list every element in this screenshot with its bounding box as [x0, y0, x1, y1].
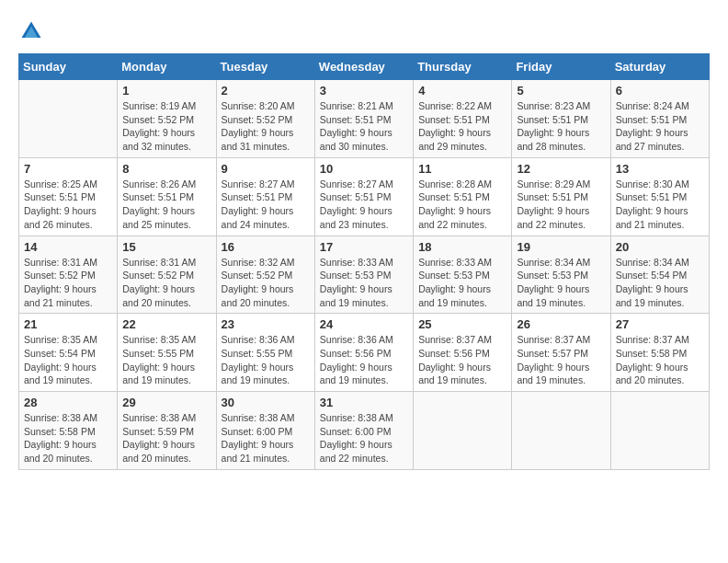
calendar-cell: 30 Sunrise: 8:38 AM Sunset: 6:00 PM Dayl… — [216, 392, 314, 470]
day-info: Sunrise: 8:25 AM Sunset: 5:51 PM Dayligh… — [24, 178, 112, 232]
day-number: 26 — [517, 317, 605, 331]
day-info: Sunrise: 8:28 AM Sunset: 5:51 PM Dayligh… — [418, 178, 506, 232]
calendar-cell: 22 Sunrise: 8:35 AM Sunset: 5:55 PM Dayl… — [118, 314, 216, 392]
day-number: 27 — [616, 317, 704, 331]
weekday-header: Saturday — [610, 54, 709, 80]
day-number: 24 — [320, 317, 408, 331]
day-number: 9 — [222, 162, 310, 176]
day-number: 2 — [222, 84, 310, 98]
day-info: Sunrise: 8:32 AM Sunset: 5:52 PM Dayligh… — [222, 256, 310, 310]
day-info: Sunrise: 8:27 AM Sunset: 5:51 PM Dayligh… — [320, 178, 408, 232]
calendar-cell: 2 Sunrise: 8:20 AM Sunset: 5:52 PM Dayli… — [216, 80, 314, 158]
day-info: Sunrise: 8:23 AM Sunset: 5:51 PM Dayligh… — [517, 99, 605, 154]
day-number: 11 — [418, 162, 506, 176]
day-number: 7 — [24, 162, 112, 176]
calendar-cell: 7 Sunrise: 8:25 AM Sunset: 5:51 PM Dayli… — [19, 157, 118, 236]
calendar-week-row: 1 Sunrise: 8:19 AM Sunset: 5:52 PM Dayli… — [19, 80, 710, 158]
day-info: Sunrise: 8:38 AM Sunset: 6:00 PM Dayligh… — [320, 411, 408, 465]
day-number: 25 — [418, 317, 506, 331]
weekday-header: Wednesday — [314, 54, 413, 80]
day-number: 18 — [418, 240, 506, 254]
day-info: Sunrise: 8:35 AM Sunset: 5:55 PM Dayligh… — [122, 333, 210, 387]
day-number: 6 — [616, 84, 704, 98]
day-number: 28 — [24, 396, 112, 409]
calendar-cell — [414, 392, 512, 470]
day-number: 12 — [517, 162, 605, 176]
day-info: Sunrise: 8:21 AM Sunset: 5:51 PM Dayligh… — [320, 99, 408, 154]
day-info: Sunrise: 8:36 AM Sunset: 5:56 PM Dayligh… — [320, 333, 408, 387]
day-number: 20 — [616, 240, 704, 254]
day-info: Sunrise: 8:27 AM Sunset: 5:51 PM Dayligh… — [222, 178, 310, 232]
weekday-header: Sunday — [19, 54, 118, 80]
calendar-week-row: 14 Sunrise: 8:31 AM Sunset: 5:52 PM Dayl… — [19, 236, 710, 314]
calendar-cell: 27 Sunrise: 8:37 AM Sunset: 5:58 PM Dayl… — [610, 314, 709, 392]
calendar-cell: 25 Sunrise: 8:37 AM Sunset: 5:56 PM Dayl… — [414, 314, 512, 392]
calendar-cell: 15 Sunrise: 8:31 AM Sunset: 5:52 PM Dayl… — [118, 236, 216, 314]
calendar-cell: 11 Sunrise: 8:28 AM Sunset: 5:51 PM Dayl… — [414, 157, 512, 236]
day-info: Sunrise: 8:37 AM Sunset: 5:57 PM Dayligh… — [517, 333, 605, 387]
calendar-cell: 16 Sunrise: 8:32 AM Sunset: 5:52 PM Dayl… — [216, 236, 314, 314]
weekday-header: Thursday — [414, 54, 512, 80]
calendar-cell: 5 Sunrise: 8:23 AM Sunset: 5:51 PM Dayli… — [512, 80, 610, 158]
day-number: 5 — [517, 84, 605, 98]
day-info: Sunrise: 8:19 AM Sunset: 5:52 PM Dayligh… — [122, 99, 210, 154]
day-info: Sunrise: 8:38 AM Sunset: 5:58 PM Dayligh… — [24, 411, 112, 465]
calendar-header: SundayMondayTuesdayWednesdayThursdayFrid… — [19, 54, 710, 80]
calendar-week-row: 28 Sunrise: 8:38 AM Sunset: 5:58 PM Dayl… — [19, 392, 710, 470]
calendar-cell: 31 Sunrise: 8:38 AM Sunset: 6:00 PM Dayl… — [314, 392, 413, 470]
calendar-cell: 20 Sunrise: 8:34 AM Sunset: 5:54 PM Dayl… — [610, 236, 709, 314]
logo — [18, 18, 48, 44]
calendar-body: 1 Sunrise: 8:19 AM Sunset: 5:52 PM Dayli… — [19, 80, 710, 470]
day-number: 22 — [122, 317, 210, 331]
calendar-cell: 6 Sunrise: 8:24 AM Sunset: 5:51 PM Dayli… — [610, 80, 709, 158]
day-info: Sunrise: 8:34 AM Sunset: 5:54 PM Dayligh… — [616, 256, 704, 310]
day-info: Sunrise: 8:26 AM Sunset: 5:51 PM Dayligh… — [122, 178, 210, 232]
day-info: Sunrise: 8:31 AM Sunset: 5:52 PM Dayligh… — [24, 256, 112, 310]
calendar-cell: 1 Sunrise: 8:19 AM Sunset: 5:52 PM Dayli… — [118, 80, 216, 158]
calendar-cell: 23 Sunrise: 8:36 AM Sunset: 5:55 PM Dayl… — [216, 314, 314, 392]
day-number: 15 — [122, 240, 210, 254]
calendar-cell: 28 Sunrise: 8:38 AM Sunset: 5:58 PM Dayl… — [19, 392, 118, 470]
day-number: 31 — [320, 396, 408, 409]
day-info: Sunrise: 8:34 AM Sunset: 5:53 PM Dayligh… — [517, 256, 605, 310]
day-info: Sunrise: 8:22 AM Sunset: 5:51 PM Dayligh… — [418, 99, 506, 154]
calendar-cell: 17 Sunrise: 8:33 AM Sunset: 5:53 PM Dayl… — [314, 236, 413, 314]
calendar-table: SundayMondayTuesdayWednesdayThursdayFrid… — [18, 53, 710, 470]
calendar-cell: 12 Sunrise: 8:29 AM Sunset: 5:51 PM Dayl… — [512, 157, 610, 236]
day-number: 29 — [122, 396, 210, 409]
calendar-cell: 10 Sunrise: 8:27 AM Sunset: 5:51 PM Dayl… — [314, 157, 413, 236]
day-info: Sunrise: 8:33 AM Sunset: 5:53 PM Dayligh… — [320, 256, 408, 310]
day-number: 30 — [222, 396, 310, 409]
day-number: 16 — [222, 240, 310, 254]
calendar-cell: 24 Sunrise: 8:36 AM Sunset: 5:56 PM Dayl… — [314, 314, 413, 392]
day-info: Sunrise: 8:30 AM Sunset: 5:51 PM Dayligh… — [616, 178, 704, 232]
day-info: Sunrise: 8:29 AM Sunset: 5:51 PM Dayligh… — [517, 178, 605, 232]
calendar-cell: 4 Sunrise: 8:22 AM Sunset: 5:51 PM Dayli… — [414, 80, 512, 158]
day-info: Sunrise: 8:35 AM Sunset: 5:54 PM Dayligh… — [24, 333, 112, 387]
calendar-cell: 19 Sunrise: 8:34 AM Sunset: 5:53 PM Dayl… — [512, 236, 610, 314]
calendar-cell: 29 Sunrise: 8:38 AM Sunset: 5:59 PM Dayl… — [118, 392, 216, 470]
day-info: Sunrise: 8:38 AM Sunset: 5:59 PM Dayligh… — [122, 411, 210, 465]
calendar-cell: 26 Sunrise: 8:37 AM Sunset: 5:57 PM Dayl… — [512, 314, 610, 392]
day-info: Sunrise: 8:24 AM Sunset: 5:51 PM Dayligh… — [616, 99, 704, 154]
weekday-header: Friday — [512, 54, 610, 80]
calendar-cell: 21 Sunrise: 8:35 AM Sunset: 5:54 PM Dayl… — [19, 314, 118, 392]
calendar-cell — [512, 392, 610, 470]
calendar-cell — [610, 392, 709, 470]
calendar-cell — [19, 80, 118, 158]
day-number: 13 — [616, 162, 704, 176]
weekday-header: Monday — [118, 54, 216, 80]
logo-icon — [18, 18, 44, 44]
calendar-cell: 13 Sunrise: 8:30 AM Sunset: 5:51 PM Dayl… — [610, 157, 709, 236]
day-number: 14 — [24, 240, 112, 254]
day-info: Sunrise: 8:37 AM Sunset: 5:56 PM Dayligh… — [418, 333, 506, 387]
day-number: 1 — [122, 84, 210, 98]
day-info: Sunrise: 8:36 AM Sunset: 5:55 PM Dayligh… — [222, 333, 310, 387]
calendar-cell: 9 Sunrise: 8:27 AM Sunset: 5:51 PM Dayli… — [216, 157, 314, 236]
day-info: Sunrise: 8:37 AM Sunset: 5:58 PM Dayligh… — [616, 333, 704, 387]
day-info: Sunrise: 8:20 AM Sunset: 5:52 PM Dayligh… — [222, 99, 310, 154]
day-number: 8 — [122, 162, 210, 176]
weekday-row: SundayMondayTuesdayWednesdayThursdayFrid… — [19, 54, 710, 80]
day-number: 17 — [320, 240, 408, 254]
day-number: 21 — [24, 317, 112, 331]
